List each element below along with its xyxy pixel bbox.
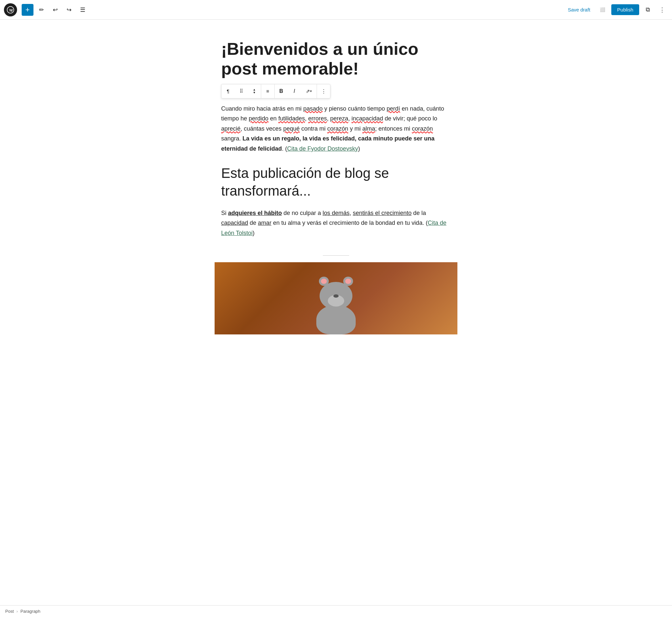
wordpress-logo[interactable] (4, 3, 17, 16)
tolstoi-link[interactable]: Cita de León Tolstoi (221, 220, 446, 236)
paragraph-icon: ¶ (227, 88, 229, 94)
undo-icon: ↩ (53, 6, 58, 13)
edit-button[interactable]: ✏ (35, 4, 47, 16)
monitor-icon: ⬜ (600, 7, 605, 12)
formatting-group: B I ⇗ ▾ (275, 84, 317, 98)
save-draft-button[interactable]: Save draft (564, 5, 594, 14)
more-icon: ⋮ (659, 6, 665, 13)
block-type-group: ¶ ⠿ ▲ ▼ (221, 84, 261, 98)
undo-button[interactable]: ↩ (49, 4, 61, 16)
wp-logo-icon (7, 6, 14, 13)
image-content (310, 282, 362, 335)
redo-icon: ↪ (67, 6, 71, 13)
paragraph-2-text: Si adquieres el hábito de no culpar a lo… (221, 210, 446, 236)
italic-button[interactable]: I (288, 84, 301, 98)
block-mover-button[interactable]: ▲ ▼ (248, 84, 261, 98)
paragraph-2[interactable]: Si adquieres el hábito de no culpar a lo… (215, 208, 457, 238)
horizontal-rule (323, 255, 349, 256)
image-block[interactable] (215, 262, 457, 335)
sidebar-icon: ⧉ (646, 6, 650, 13)
italic-icon: I (294, 88, 295, 94)
view-button[interactable]: ⬜ (597, 4, 609, 16)
publish-button[interactable]: Publish (611, 4, 639, 15)
dostoevsky-link[interactable]: Cita de Fyodor Dostoevsky (287, 145, 358, 152)
alignment-button[interactable]: ≡ (261, 84, 274, 98)
drag-handle-button[interactable]: ⠿ (235, 84, 248, 98)
toolbar-right-group: Save draft ⬜ Publish ⧉ ⋮ (564, 4, 668, 16)
paragraph-1[interactable]: Cuando miro hacia atrás en mi pasado y p… (215, 104, 457, 154)
more-options-button[interactable]: ⋮ (656, 4, 668, 16)
paragraph-1-text: Cuando miro hacia atrás en mi pasado y p… (221, 106, 444, 152)
editor-content: ¡Bienvenidos a un único post memorable! … (215, 20, 457, 361)
drag-icon: ⠿ (240, 88, 243, 94)
more-block-options-button[interactable]: ⋮ (317, 84, 330, 98)
block-type-button[interactable]: ¶ (221, 84, 235, 98)
link-icon: ⇗ (306, 88, 310, 94)
toolbar-left-group: + ✏ ↩ ↪ ☰ (4, 3, 88, 16)
plus-icon: + (26, 6, 30, 14)
align-left-icon: ≡ (266, 88, 269, 94)
bold-icon: B (279, 88, 283, 94)
list-view-icon: ☰ (80, 6, 85, 13)
add-block-button[interactable]: + (22, 4, 33, 16)
link-button[interactable]: ⇗ ▾ (301, 84, 317, 98)
block-toolbar: ¶ ⠿ ▲ ▼ ≡ B I ⇗ (221, 84, 330, 98)
alignment-group: ≡ (261, 84, 275, 98)
more-vertical-icon: ⋮ (321, 88, 326, 94)
post-title[interactable]: ¡Bienvenidos a un único post memorable! (215, 39, 457, 79)
redo-button[interactable]: ↪ (63, 4, 75, 16)
list-view-button[interactable]: ☰ (77, 4, 88, 16)
link-dropdown-icon: ▾ (310, 89, 312, 93)
pen-icon: ✏ (39, 6, 44, 13)
top-toolbar: + ✏ ↩ ↪ ☰ Save draft ⬜ Publish ⧉ ⋮ (0, 0, 672, 20)
chevron-updown-icon: ▲ ▼ (253, 88, 256, 94)
divider-block (215, 249, 457, 262)
more-group: ⋮ (317, 84, 330, 98)
settings-panel-button[interactable]: ⧉ (642, 4, 654, 16)
post-heading-2[interactable]: Esta publicación de blog se transformará… (215, 164, 457, 200)
bold-button[interactable]: B (275, 84, 288, 98)
